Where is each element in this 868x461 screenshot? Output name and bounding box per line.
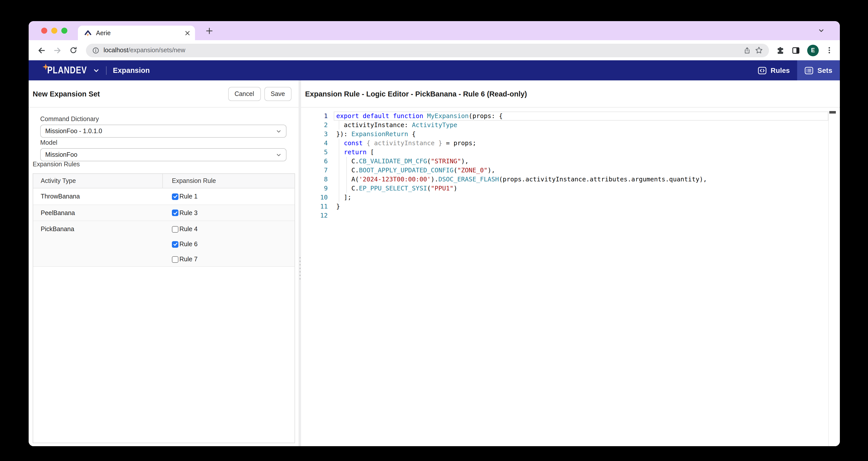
browser-tab[interactable]: Aerie — [78, 26, 195, 40]
expansion-rules-table: Activity Type Expansion Rule ThrowBanana… — [33, 173, 295, 443]
panel-resize-handle[interactable] — [299, 80, 301, 446]
tab-search-chevron-icon[interactable] — [818, 27, 825, 34]
bookmark-star-icon[interactable] — [755, 46, 763, 54]
column-divider[interactable] — [162, 174, 163, 188]
share-icon[interactable] — [743, 46, 751, 54]
tab-sets[interactable]: Sets — [797, 60, 840, 80]
checkbox-unchecked-icon[interactable] — [172, 226, 179, 232]
command-dictionary-select[interactable]: MissionFoo - 1.0.1.0 — [40, 125, 286, 138]
code-line[interactable]: 2 activityInstance: ActivityType — [301, 121, 840, 130]
code-line[interactable]: 5 return [ — [301, 148, 840, 157]
code-text: export default function MyExpansion(prop… — [336, 111, 503, 121]
rule-checkbox-label: Rule 1 — [180, 193, 197, 200]
expansion-rule-option[interactable]: Rule 1 — [172, 193, 197, 200]
tab-rules[interactable]: Rules — [751, 60, 797, 80]
code-text: ]; — [336, 193, 351, 202]
line-number: 12 — [301, 211, 328, 220]
back-icon[interactable] — [35, 44, 48, 57]
code-line[interactable]: 7 C.BOOT_APPLY_UPDATED_CONFIG("ZONE_0"), — [301, 166, 840, 175]
navbar-tabs: Rules Sets — [751, 60, 840, 80]
main-content: New Expansion Set Cancel Save Command Di… — [29, 80, 840, 446]
forward-icon[interactable] — [51, 44, 64, 57]
checkbox-unchecked-icon[interactable] — [172, 256, 179, 263]
line-number: 10 — [301, 193, 328, 202]
activity-type-cell: PickBanana — [41, 226, 74, 233]
expansion-rules-label: Expansion Rules — [33, 161, 80, 168]
expansion-rule-option[interactable]: Rule 4 — [172, 226, 197, 233]
new-tab-button[interactable] — [203, 24, 216, 37]
rule-checkbox-label: Rule 6 — [180, 241, 197, 248]
drag-dots-icon — [299, 257, 300, 281]
site-info-icon[interactable] — [92, 46, 99, 54]
code-line[interactable]: 1export default function MyExpansion(pro… — [301, 111, 840, 121]
code-text: C.CB_VALIDATE_DM_CFG("STRING"), — [336, 157, 469, 166]
tab-close-icon[interactable] — [185, 30, 190, 35]
code-text: A('2024-123T00:00:00').DSOC_ERASE_FLASH(… — [336, 175, 707, 184]
browser-titlebar: Aerie — [29, 21, 840, 40]
reload-icon[interactable] — [67, 44, 80, 57]
code-brackets-icon — [758, 67, 767, 74]
save-button[interactable]: Save — [264, 87, 291, 101]
column-header-expansion-rule: Expansion Rule — [172, 177, 216, 185]
list-icon — [805, 67, 813, 74]
table-body: ThrowBananaRule 1PeelBananaRule 3PickBan… — [33, 189, 294, 267]
code-line[interactable]: 3}): ExpansionReturn { — [301, 130, 840, 139]
tab-title: Aerie — [96, 29, 111, 36]
code-text: return [ — [336, 148, 374, 157]
rule-checkbox-label: Rule 7 — [180, 256, 197, 263]
model-label: Model — [40, 139, 286, 146]
code-line[interactable]: 10 ]; — [301, 193, 840, 202]
app-menu-chevron-icon[interactable] — [93, 67, 99, 74]
code-line[interactable]: 6 C.CB_VALIDATE_DM_CFG("STRING"), — [301, 157, 840, 166]
browser-window: Aerie localhost/expansion/sets/new — [29, 21, 840, 446]
model-value: MissionFoo — [45, 151, 78, 158]
code-line[interactable]: 11} — [301, 202, 840, 211]
side-panel-icon[interactable] — [792, 46, 800, 55]
code-editor[interactable]: 1export default function MyExpansion(pro… — [301, 107, 840, 446]
expansion-rule-option[interactable]: Rule 7 — [172, 256, 197, 263]
left-panel-title: New Expansion Set — [33, 90, 100, 98]
line-number: 3 — [301, 130, 328, 139]
code-line[interactable]: 12 — [301, 211, 840, 220]
desktop-background: Aerie localhost/expansion/sets/new — [0, 0, 868, 461]
close-window-button[interactable] — [41, 28, 47, 34]
page-title: Expansion — [113, 66, 150, 74]
profile-avatar[interactable]: E — [807, 44, 819, 56]
browser-menu-kebab-icon[interactable] — [826, 46, 833, 54]
logo-text: PLANDEV — [47, 65, 87, 76]
table-row: ThrowBananaRule 1 — [33, 189, 294, 205]
left-panel-header: New Expansion Set Cancel Save — [29, 80, 299, 107]
url-path: /expansion/sets/new — [128, 47, 185, 54]
line-number: 11 — [301, 202, 328, 211]
line-number: 2 — [301, 121, 328, 130]
checkbox-checked-icon[interactable] — [172, 209, 179, 216]
checkbox-checked-icon[interactable] — [172, 241, 179, 248]
maximize-window-button[interactable] — [61, 28, 67, 34]
tab-sets-label: Sets — [817, 66, 832, 74]
model-select[interactable]: MissionFoo — [40, 148, 286, 161]
activity-type-cell: ThrowBanana — [41, 193, 80, 200]
browser-toolbar: localhost/expansion/sets/new E — [29, 40, 840, 60]
extensions-puzzle-icon[interactable] — [776, 46, 784, 55]
command-dictionary-field: Command Dictionary MissionFoo - 1.0.1.0 — [40, 116, 286, 138]
expansion-rule-option[interactable]: Rule 6 — [172, 241, 197, 248]
expansion-rule-option[interactable]: Rule 3 — [172, 209, 197, 216]
code-text: } — [336, 202, 340, 211]
plandev-logo[interactable]: PLANDEV — [41, 66, 88, 75]
table-row: PeelBananaRule 3 — [33, 205, 294, 221]
rule-checkbox-label: Rule 4 — [180, 226, 197, 233]
code-line[interactable]: 9 C.EP_PPU_SELECT_SYSI("PPU1") — [301, 184, 840, 193]
url-text: localhost/expansion/sets/new — [103, 47, 185, 54]
chevron-down-icon — [276, 128, 281, 134]
url-bar[interactable]: localhost/expansion/sets/new — [86, 43, 769, 57]
line-number: 7 — [301, 166, 328, 175]
checkbox-checked-icon[interactable] — [172, 193, 179, 200]
minimize-window-button[interactable] — [51, 28, 57, 34]
code-text: activityInstance: ActivityType — [336, 121, 457, 130]
cancel-button[interactable]: Cancel — [228, 87, 260, 101]
activity-type-cell: PeelBanana — [41, 209, 75, 216]
line-number: 8 — [301, 175, 328, 184]
editor-title: Expansion Rule - Logic Editor - PickBana… — [305, 90, 527, 98]
code-line[interactable]: 8 A('2024-123T00:00:00').DSOC_ERASE_FLAS… — [301, 175, 840, 184]
code-line[interactable]: 4 const { activityInstance } = props; — [301, 139, 840, 148]
